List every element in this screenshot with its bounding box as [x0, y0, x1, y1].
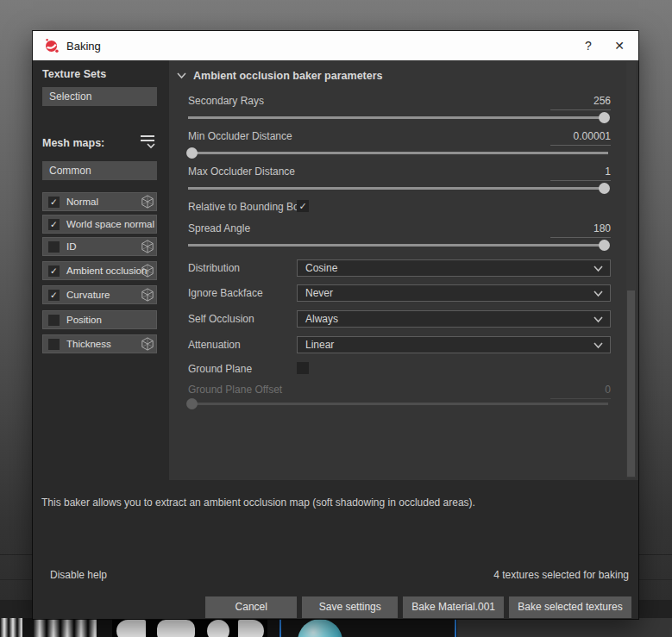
- filter-icon[interactable]: [140, 134, 155, 149]
- spread-angle-label: Spread Angle: [188, 222, 250, 234]
- mesh-map-row-position[interactable]: Position: [42, 310, 157, 329]
- ground-plane-checkbox[interactable]: [297, 362, 309, 374]
- ground-plane-offset-label: Ground Plane Offset: [188, 384, 282, 396]
- save-settings-button[interactable]: Save settings: [302, 596, 398, 618]
- shelf-panel-area: [457, 618, 672, 637]
- spread-angle-slider[interactable]: [188, 240, 608, 251]
- app-background: Baking ? ✕ Texture Sets Selection Mesh m…: [0, 0, 672, 637]
- texture-thumbnail-stripes[interactable]: [33, 618, 97, 637]
- relative-to-bounding-box-checkbox[interactable]: ✓: [297, 200, 309, 212]
- texture-set-selection-button[interactable]: Selection: [42, 87, 157, 106]
- max-occluder-distance-label: Max Occluder Distance: [188, 165, 295, 178]
- baked-mesh-icon: [141, 195, 154, 209]
- chevron-down-icon: [593, 265, 603, 272]
- baking-status-text: 4 textures selected for baking: [493, 569, 629, 581]
- help-button[interactable]: ?: [573, 31, 604, 60]
- ground-plane-label: Ground Plane: [188, 363, 252, 375]
- checkbox-checked[interactable]: ✓: [48, 197, 60, 208]
- distribution-label: Distribution: [188, 262, 240, 274]
- ground-plane-offset-slider: [188, 398, 608, 409]
- self-occlusion-select[interactable]: Always: [297, 310, 611, 328]
- texture-sets-heading: Texture Sets: [42, 68, 106, 80]
- attenuation-select[interactable]: Linear: [297, 336, 611, 353]
- shelf-selection-divider: [455, 618, 456, 637]
- substance-painter-logo-icon: [44, 38, 60, 53]
- baking-dialog: Baking ? ✕ Texture Sets Selection Mesh m…: [33, 31, 638, 619]
- disable-help-link[interactable]: Disable help: [50, 569, 107, 581]
- baked-mesh-icon: [141, 288, 154, 302]
- chevron-down-icon: [593, 316, 603, 323]
- mesh-map-row-normal[interactable]: ✓ Normal: [42, 192, 157, 211]
- common-settings-button[interactable]: Common: [42, 161, 157, 180]
- secondary-rays-slider[interactable]: [188, 112, 608, 123]
- mesh-map-row-world-space-normal[interactable]: ✓ World space normal: [42, 215, 157, 234]
- baker-description-text: This baker allows you to extract an ambi…: [41, 496, 475, 509]
- mesh-map-row-thickness[interactable]: Thickness: [42, 334, 157, 353]
- window-title: Baking: [66, 40, 101, 53]
- baked-mesh-icon: [141, 337, 154, 351]
- secondary-rays-label: Secondary Rays: [188, 95, 264, 107]
- material-sphere-thumbnail[interactable]: [298, 619, 342, 637]
- checkbox-unchecked[interactable]: [48, 339, 60, 350]
- min-occluder-distance-value[interactable]: 0.00001: [550, 130, 611, 146]
- cancel-button[interactable]: Cancel: [205, 596, 297, 618]
- min-occluder-distance-label: Min Occluder Distance: [188, 130, 292, 142]
- baker-parameters-panel: Ambient occlusion baker parameters Secon…: [169, 60, 638, 480]
- attenuation-label: Attenuation: [188, 339, 241, 351]
- shelf-thumbnail-strip: [0, 618, 672, 637]
- dialog-titlebar[interactable]: Baking ? ✕: [33, 31, 638, 60]
- chevron-down-icon: [593, 342, 603, 349]
- slider-handle[interactable]: [599, 240, 610, 251]
- bake-selected-textures-button[interactable]: Bake selected textures: [509, 596, 631, 618]
- baked-mesh-icon: [141, 240, 154, 253]
- slider-handle[interactable]: [599, 112, 610, 123]
- checkbox-unchecked[interactable]: [48, 315, 60, 326]
- mesh-maps-heading: Mesh maps:: [42, 137, 104, 149]
- spread-angle-value[interactable]: 180: [550, 222, 611, 238]
- secondary-rays-value[interactable]: 256: [550, 95, 611, 110]
- baked-mesh-icon: [141, 264, 154, 278]
- close-icon[interactable]: ✕: [604, 31, 635, 60]
- chevron-down-icon: [593, 290, 603, 297]
- shelf-selection-divider: [279, 618, 281, 637]
- texture-thumbnail-stripes[interactable]: [0, 618, 22, 637]
- panel-scrollbar[interactable]: [626, 62, 636, 478]
- self-occlusion-label: Self Occlusion: [188, 313, 254, 325]
- bake-material-button[interactable]: Bake Material.001: [403, 596, 504, 618]
- checkbox-unchecked[interactable]: [48, 241, 60, 253]
- slider-handle[interactable]: [186, 147, 198, 159]
- chevron-down-icon: [177, 72, 186, 79]
- dialog-body: Texture Sets Selection Mesh maps: Common…: [33, 60, 638, 619]
- dialog-button-row: Cancel Save settings Bake Material.001 B…: [205, 596, 631, 618]
- ignore-backface-label: Ignore Backface: [188, 287, 263, 299]
- mesh-map-row-ambient-occlusion[interactable]: ✓ Ambient occlusion: [42, 261, 157, 280]
- texture-thumbnail-shapes[interactable]: [112, 618, 267, 637]
- slider-handle: [186, 398, 198, 409]
- min-occluder-distance-slider[interactable]: [188, 147, 608, 159]
- max-occluder-distance-value[interactable]: 1: [550, 165, 611, 181]
- slider-handle[interactable]: [599, 183, 610, 194]
- section-header-ambient-occlusion[interactable]: Ambient occlusion baker parameters: [177, 70, 383, 82]
- checkbox-checked[interactable]: ✓: [48, 219, 60, 230]
- checkbox-checked[interactable]: ✓: [48, 290, 60, 301]
- distribution-select[interactable]: Cosine: [297, 259, 611, 277]
- mesh-map-row-curvature[interactable]: ✓ Curvature: [42, 285, 157, 304]
- ground-plane-offset-value: 0: [550, 384, 611, 399]
- max-occluder-distance-slider[interactable]: [188, 183, 608, 194]
- mesh-map-row-id[interactable]: ID: [42, 237, 157, 256]
- scrollbar-thumb[interactable]: [627, 290, 635, 477]
- checkbox-checked[interactable]: ✓: [48, 265, 60, 277]
- ignore-backface-select[interactable]: Never: [297, 284, 611, 302]
- relative-to-bounding-box-label: Relative to Bounding Box: [188, 201, 305, 213]
